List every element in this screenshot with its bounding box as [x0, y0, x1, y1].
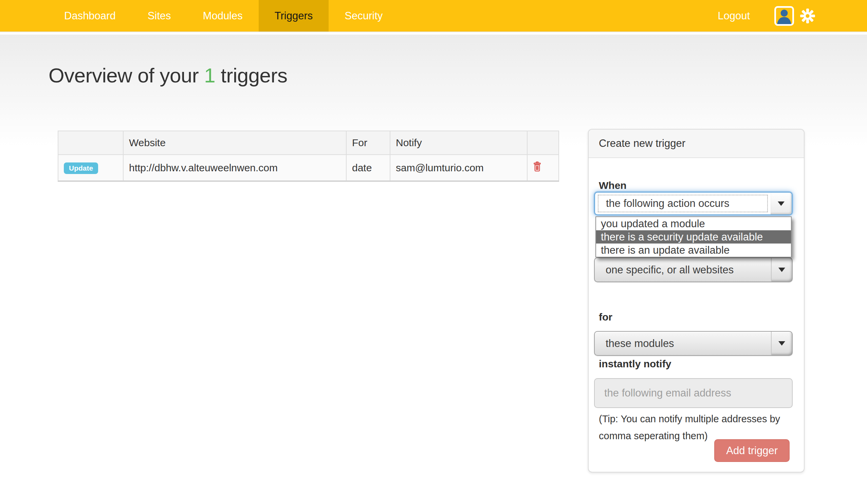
nav-item-triggers[interactable]: Triggers [259, 0, 329, 32]
trash-icon[interactable] [533, 162, 542, 172]
table-row: Update http://dbhw.v.alteuweelnwen.com d… [58, 155, 559, 181]
modules-select-value: these modules [606, 332, 674, 355]
header-for: For [346, 131, 390, 155]
add-trigger-button[interactable]: Add trigger [714, 439, 790, 462]
logout-link[interactable]: Logout [718, 10, 750, 22]
nav-menu: Dashboard Sites Modules Triggers Securit… [48, 0, 398, 32]
header-website: Website [123, 131, 346, 155]
navbar-divider [0, 32, 867, 35]
header-badge [58, 131, 123, 155]
nav-item-modules[interactable]: Modules [187, 0, 259, 32]
dropdown-option-security-update[interactable]: there is a security update available [596, 230, 791, 243]
update-badge: Update [64, 163, 98, 174]
when-label: When [599, 180, 627, 191]
website-select[interactable]: one specific, or all websites [594, 258, 793, 282]
panel-title: Create new trigger [589, 130, 804, 158]
gear-icon[interactable] [800, 8, 815, 24]
action-select-value: the following action occurs [606, 193, 729, 214]
action-select[interactable]: the following action occurs [594, 191, 793, 215]
page-title-prefix: Overview of your [49, 64, 204, 87]
header-delete [527, 131, 559, 155]
create-trigger-panel: Create new trigger When the following ac… [588, 129, 804, 472]
trigger-type-cell: Update [58, 155, 123, 181]
nav-item-security[interactable]: Security [329, 0, 398, 32]
dropdown-option-update-available[interactable]: there is an update available [596, 243, 791, 257]
website-cell: http://dbhw.v.alteuweelnwen.com [123, 155, 346, 181]
page-title: Overview of your 1 triggers [49, 64, 287, 87]
modules-select[interactable]: these modules [594, 331, 793, 356]
notify-cell: sam@lumturio.com [390, 155, 527, 181]
website-select-value: one specific, or all websites [606, 258, 734, 282]
email-input[interactable] [594, 378, 793, 408]
delete-cell [527, 155, 559, 181]
chevron-down-icon[interactable] [771, 193, 792, 214]
page-title-suffix: triggers [215, 64, 287, 87]
nav-item-sites[interactable]: Sites [132, 0, 187, 32]
table-header-row: Website For Notify [58, 131, 559, 155]
nav-right-group: Logout [718, 0, 815, 32]
nav-item-dashboard[interactable]: Dashboard [48, 0, 132, 32]
for-label: for [599, 311, 612, 323]
trigger-count: 1 [204, 64, 215, 87]
chevron-down-icon[interactable] [771, 332, 792, 355]
top-navbar: Dashboard Sites Modules Triggers Securit… [0, 0, 867, 32]
instantly-notify-label: instantly notify [599, 358, 671, 370]
action-dropdown-list: you updated a module there is a security… [596, 216, 792, 258]
chevron-down-icon[interactable] [771, 258, 792, 282]
header-notify: Notify [390, 131, 527, 155]
dropdown-option-updated-module[interactable]: you updated a module [596, 217, 791, 230]
user-avatar-icon[interactable] [774, 6, 794, 26]
triggers-table: Website For Notify Update http://dbhw.v.… [58, 131, 559, 182]
for-cell: date [346, 155, 390, 181]
